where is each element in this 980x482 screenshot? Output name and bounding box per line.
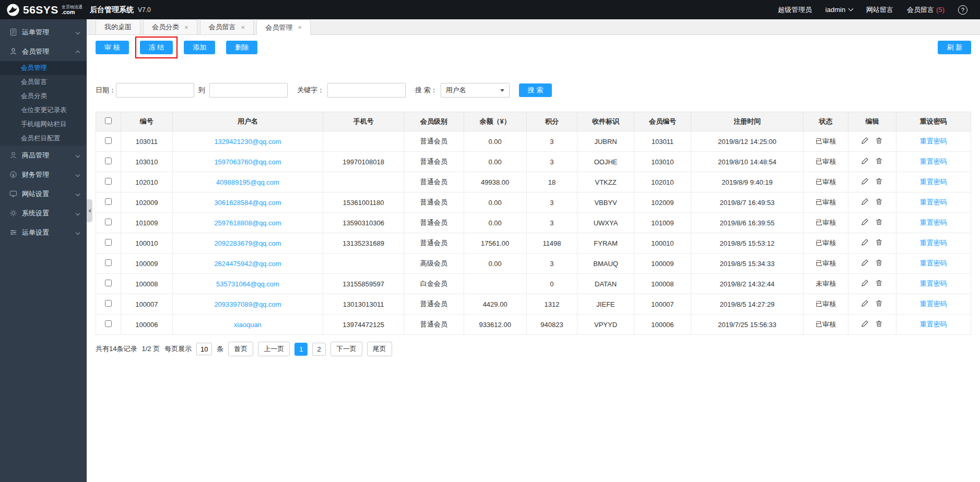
help-icon[interactable]: ? [958, 5, 967, 15]
sidebar-group-finance-management[interactable]: 财务管理 [0, 165, 87, 184]
refresh-button[interactable]: 刷 新 [938, 41, 971, 54]
first-page-button[interactable]: 首页 [228, 342, 253, 356]
tab-member-management[interactable]: 会员管理 × [256, 19, 311, 35]
reset-password-link[interactable]: 重置密码 [920, 158, 947, 165]
username-link[interactable]: 2092283679@qq.com [214, 239, 281, 247]
search-type-select[interactable]: 用户名 [441, 83, 510, 98]
edit-icon[interactable] [861, 198, 868, 207]
sidebar-collapse-handle[interactable] [87, 199, 92, 222]
username-link[interactable]: xiaoquan [234, 321, 262, 329]
select-all-checkbox[interactable] [105, 117, 112, 124]
tab-member-categories[interactable]: 会员分类 × [143, 19, 197, 34]
sidebar-item-member-messages[interactable]: 会员留言 [0, 75, 87, 89]
member-messages-link[interactable]: 会员留言(5) [907, 5, 944, 15]
tab-close-icon[interactable]: × [184, 23, 188, 31]
audit-button[interactable]: 审 核 [96, 41, 129, 54]
edit-icon[interactable] [861, 219, 868, 227]
next-page-button[interactable]: 下一页 [330, 342, 362, 356]
username-link[interactable]: 2624475942@qq.com [214, 260, 281, 268]
delete-icon[interactable] [876, 137, 882, 146]
username-link[interactable]: 409889195@qq.com [216, 178, 279, 186]
edit-icon[interactable] [861, 259, 868, 268]
row-checkbox[interactable] [105, 178, 112, 185]
row-checkbox[interactable] [105, 219, 112, 225]
username-link[interactable]: 2597618808@qq.com [214, 219, 281, 227]
page-1-button[interactable]: 1 [294, 343, 308, 356]
username-link[interactable]: 1329421230@qq.com [214, 138, 281, 146]
date-from-input[interactable] [116, 83, 194, 98]
row-checkbox[interactable] [105, 158, 112, 164]
page-2-button[interactable]: 2 [312, 343, 325, 356]
per-page-input[interactable] [196, 343, 212, 355]
sidebar-item-mobile-site-columns[interactable]: 手机端网站栏目 [0, 117, 87, 131]
edit-icon[interactable] [861, 158, 868, 166]
member-id-cell: 103010 [121, 152, 173, 172]
delete-icon[interactable] [876, 178, 882, 186]
edit-icon[interactable] [861, 239, 868, 247]
reset-password-link[interactable]: 重置密码 [920, 198, 947, 206]
sidebar-group-waybill-settings[interactable]: 运单设置 [0, 223, 87, 242]
add-button[interactable]: 添加 [184, 41, 215, 54]
date-to-input[interactable] [209, 83, 288, 98]
freeze-button[interactable]: 冻 结 [140, 41, 173, 54]
row-checkbox[interactable] [105, 239, 112, 246]
delete-icon[interactable] [876, 259, 882, 268]
reset-password-link[interactable]: 重置密码 [920, 219, 947, 226]
username: iadmin [825, 6, 845, 14]
sidebar-group-member-management[interactable]: 会员管理 [0, 42, 87, 61]
sidebar-item-member-column-config[interactable]: 会员栏目配置 [0, 131, 87, 146]
edit-icon[interactable] [861, 178, 868, 186]
delete-icon[interactable] [876, 219, 882, 227]
row-checkbox[interactable] [105, 280, 112, 286]
delete-icon[interactable] [876, 280, 882, 288]
reset-password-link[interactable]: 重置密码 [920, 320, 947, 328]
sidebar-group-website-settings[interactable]: 网站设置 [0, 184, 87, 203]
receipt-code-cell: JIEFE [577, 294, 634, 315]
search-button[interactable]: 搜 索 [519, 83, 552, 97]
delete-icon[interactable] [876, 198, 882, 207]
keyword-input[interactable] [327, 83, 406, 98]
sidebar-group-system-settings[interactable]: 系统设置 [0, 203, 87, 223]
username-link[interactable]: 1597063760@qq.com [214, 158, 281, 166]
row-checkbox[interactable] [105, 137, 112, 144]
member-no-cell: 100007 [634, 294, 691, 315]
edit-icon[interactable] [861, 137, 868, 146]
username-link[interactable]: 3061628584@qq.com [214, 199, 281, 207]
edit-icon[interactable] [861, 300, 868, 308]
tab-my-desktop[interactable]: 我的桌面 [96, 19, 140, 34]
tab-close-icon[interactable]: × [298, 23, 302, 31]
delete-icon[interactable] [876, 320, 882, 329]
reset-password-link[interactable]: 重置密码 [920, 300, 947, 308]
row-checkbox[interactable] [105, 300, 112, 307]
edit-icon[interactable] [861, 320, 868, 329]
user-menu[interactable]: iadmin [825, 6, 853, 14]
tab-close-icon[interactable]: × [241, 23, 245, 31]
delete-icon[interactable] [876, 239, 882, 247]
reset-password-link[interactable]: 重置密码 [920, 178, 947, 186]
reset-password-link[interactable]: 重置密码 [920, 259, 947, 267]
row-checkbox[interactable] [105, 259, 112, 266]
edit-icon[interactable] [861, 280, 868, 288]
reset-password-link[interactable]: 重置密码 [920, 239, 947, 247]
tab-member-messages[interactable]: 会员留言 × [200, 19, 254, 34]
row-checkbox[interactable] [105, 198, 112, 205]
site-messages-link[interactable]: 网站留言 [866, 5, 893, 15]
reset-password-link[interactable]: 重置密码 [920, 137, 947, 145]
sidebar-group-label: 运单设置 [22, 228, 76, 237]
last-page-button[interactable]: 尾页 [367, 342, 392, 356]
username-link[interactable]: 535731064@qq.com [216, 280, 279, 288]
delete-icon[interactable] [876, 300, 882, 308]
reset-password-link[interactable]: 重置密码 [920, 280, 947, 287]
delete-icon[interactable] [876, 158, 882, 166]
app-version: V7.0 [138, 6, 151, 14]
row-checkbox[interactable] [105, 320, 112, 327]
sidebar-item-member-categories[interactable]: 会员分类 [0, 89, 87, 103]
sidebar-item-member-management[interactable]: 会员管理 [0, 61, 87, 75]
member-id-cell: 102009 [121, 192, 173, 213]
delete-button[interactable]: 删除 [226, 41, 257, 54]
sidebar-group-goods-management[interactable]: 商品管理 [0, 146, 87, 165]
sidebar-group-waybill-management[interactable]: 运单管理 [0, 22, 87, 42]
sidebar-item-warehouse-change-log[interactable]: 仓位变更记录表 [0, 103, 87, 117]
username-link[interactable]: 2093397089@qq.com [214, 300, 281, 308]
prev-page-button[interactable]: 上一页 [258, 342, 290, 356]
